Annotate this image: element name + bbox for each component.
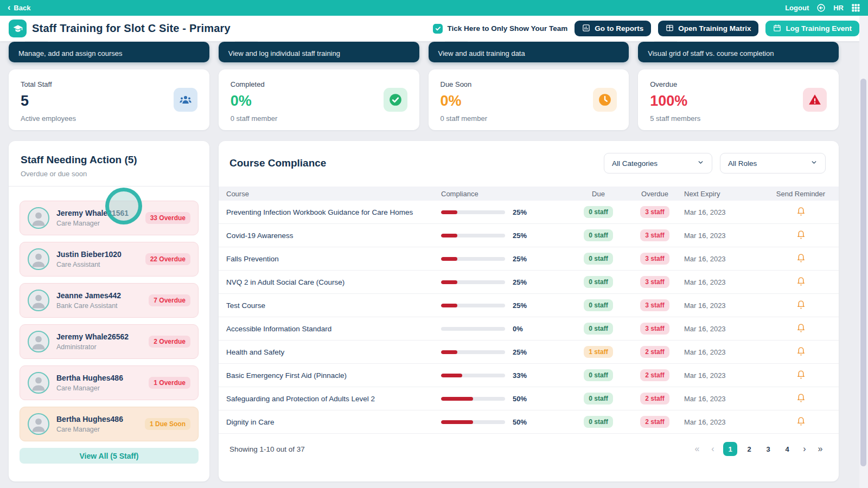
- staff-item[interactable]: Jeremy Whale21561 Care Manager 33 Overdu…: [20, 201, 199, 235]
- table-row[interactable]: Safeguarding and Protection of Adults Le…: [219, 387, 839, 410]
- go-to-reports-button[interactable]: Go to Reports: [575, 21, 651, 36]
- page-number[interactable]: 1: [723, 442, 737, 456]
- stat-card-total-staff: Total Staff 5 Active employees: [9, 69, 209, 130]
- next-expiry-date: Mar 16, 2023: [684, 208, 763, 216]
- due-badge: 0 staff: [584, 299, 612, 311]
- page-number[interactable]: 2: [742, 442, 756, 456]
- table-row[interactable]: Test Course 25% 0 staff 3 staff Mar 16, …: [219, 294, 839, 317]
- next-expiry-date: Mar 16, 2023: [684, 232, 763, 240]
- compliance-percent: 25%: [513, 255, 527, 263]
- stat-card-due-soon: Due Soon 0% 0 staff member: [429, 69, 629, 130]
- send-reminder-bell-icon[interactable]: [796, 299, 806, 312]
- apps-grid-icon[interactable]: [851, 3, 860, 12]
- roles-select[interactable]: All Roles: [720, 153, 826, 174]
- avatar: [28, 207, 49, 229]
- course-name: Falls Prevention: [219, 255, 441, 263]
- staff-name: Bertha Hughes486: [56, 374, 149, 382]
- compliance-progress-bar: [441, 280, 505, 284]
- calendar-icon: [773, 24, 781, 34]
- shortcut-card[interactable]: View and log individual staff training: [219, 42, 419, 62]
- compliance-progress-bar: [441, 210, 505, 214]
- table-row[interactable]: Accessible Information Standard 0% 0 sta…: [219, 317, 839, 341]
- column-overdue: Overdue: [626, 190, 684, 198]
- due-badge: 0 staff: [584, 229, 612, 241]
- next-expiry-date: Mar 16, 2023: [684, 301, 763, 310]
- status-badge: 2 Overdue: [149, 336, 190, 348]
- staff-item[interactable]: Justin Bieber1020 Care Assistant 22 Over…: [20, 242, 199, 277]
- shortcut-card[interactable]: Visual grid of staff vs. course completi…: [638, 42, 839, 62]
- logout-link[interactable]: Logout: [785, 4, 809, 12]
- table-row[interactable]: Health and Safety 25% 1 staff 2 staff Ma…: [219, 341, 839, 364]
- last-page-icon[interactable]: »: [815, 444, 826, 454]
- status-badge: 1 Overdue: [149, 377, 190, 389]
- send-reminder-bell-icon[interactable]: [796, 323, 806, 335]
- staff-role: Care Manager: [56, 220, 145, 227]
- due-soon-value: 0%: [441, 93, 617, 110]
- send-reminder-bell-icon[interactable]: [796, 369, 806, 382]
- compliance-percent: 25%: [513, 232, 527, 240]
- next-expiry-date: Mar 16, 2023: [684, 348, 763, 356]
- compliance-percent: 50%: [513, 395, 527, 403]
- user-initials[interactable]: HR: [833, 4, 844, 12]
- send-reminder-bell-icon[interactable]: [796, 416, 806, 428]
- categories-select[interactable]: All Categories: [604, 153, 712, 174]
- staff-item[interactable]: Jeanne James442 Bank Care Assistant 7 Ov…: [20, 283, 199, 318]
- scrollbar-thumb[interactable]: [860, 79, 866, 466]
- open-training-matrix-button[interactable]: Open Training Matrix: [658, 21, 758, 36]
- back-button[interactable]: ‹ Back: [8, 4, 30, 12]
- clock-icon: [593, 88, 617, 112]
- table-row[interactable]: Basic Emergency First Aid (Pinnacle) 33%…: [219, 364, 839, 387]
- compliance-progress-bar: [441, 374, 505, 377]
- staff-role: Bank Care Assistant: [56, 302, 149, 310]
- table-row[interactable]: Dignity in Care 50% 0 staff 2 staff Mar …: [219, 410, 839, 434]
- logout-icon[interactable]: [816, 3, 826, 12]
- staff-item[interactable]: Bertha Hughes486 Care Manager 1 Due Soon: [20, 407, 199, 441]
- send-reminder-bell-icon[interactable]: [796, 276, 806, 288]
- page-number[interactable]: 3: [761, 442, 775, 456]
- table-row[interactable]: Falls Prevention 25% 0 staff 3 staff Mar…: [219, 247, 839, 271]
- course-name: Dignity in Care: [219, 418, 441, 426]
- compliance-percent: 0%: [513, 325, 523, 333]
- table-row[interactable]: Preventing Infection Workbook Guidance f…: [219, 201, 839, 224]
- page-title: Staff Training for Slot C Site - Primary: [32, 22, 231, 35]
- staff-name: Bertha Hughes486: [56, 415, 145, 423]
- stat-card-completed: Completed 0% 0 staff member: [219, 69, 419, 130]
- column-course: Course: [219, 190, 441, 198]
- prev-page-icon[interactable]: ‹: [707, 444, 718, 454]
- course-compliance-panel: Course Compliance All Categories All Rol…: [219, 141, 839, 481]
- staff-needing-action-panel: Staff Needing Action (5) Overdue or due …: [9, 141, 209, 481]
- show-team-checkbox[interactable]: Tick Here to Only Show Your Team: [433, 24, 567, 34]
- compliance-progress-bar: [441, 234, 505, 237]
- next-page-icon[interactable]: ›: [799, 444, 810, 454]
- checkbox-checked-icon[interactable]: [433, 24, 443, 34]
- table-row[interactable]: NVQ 2 in Adult Social Care (Course) 25% …: [219, 271, 839, 294]
- send-reminder-bell-icon[interactable]: [796, 393, 806, 405]
- compliance-progress-bar: [441, 420, 505, 424]
- stats-row: Total Staff 5 Active employees Completed…: [9, 69, 839, 130]
- avatar: [28, 372, 49, 394]
- log-training-event-button[interactable]: Log Training Event: [765, 21, 859, 36]
- compliance-percent: 33%: [513, 371, 527, 380]
- course-name: Test Course: [219, 301, 441, 310]
- page-number[interactable]: 4: [780, 442, 794, 456]
- view-all-button[interactable]: View All (5 Staff): [20, 448, 199, 464]
- send-reminder-bell-icon[interactable]: [796, 346, 806, 358]
- staff-item[interactable]: Jeremy Whale26562 Administrator 2 Overdu…: [20, 324, 199, 359]
- compliance-progress-bar: [441, 397, 505, 401]
- matrix-grid-icon: [666, 24, 674, 34]
- table-row[interactable]: Covid-19 Awareness 25% 0 staff 3 staff M…: [219, 224, 839, 247]
- staff-item[interactable]: Bertha Hughes486 Care Manager 1 Overdue: [20, 365, 199, 400]
- column-due: Due: [571, 190, 626, 198]
- send-reminder-bell-icon[interactable]: [796, 253, 806, 265]
- next-expiry-date: Mar 16, 2023: [684, 418, 763, 426]
- overdue-badge: 3 staff: [640, 229, 669, 241]
- shortcut-card[interactable]: View and audit training data: [429, 42, 629, 62]
- send-reminder-bell-icon[interactable]: [796, 229, 806, 242]
- send-reminder-bell-icon[interactable]: [796, 206, 806, 219]
- staff-name: Jeremy Whale21561: [56, 209, 145, 217]
- first-page-icon[interactable]: «: [692, 444, 703, 454]
- page-scrollbar[interactable]: [859, 16, 868, 488]
- shortcut-card[interactable]: Manage, add and assign courses: [9, 42, 209, 62]
- course-name: Safeguarding and Protection of Adults Le…: [219, 395, 441, 403]
- column-next-expiry: Next Expiry: [684, 190, 763, 198]
